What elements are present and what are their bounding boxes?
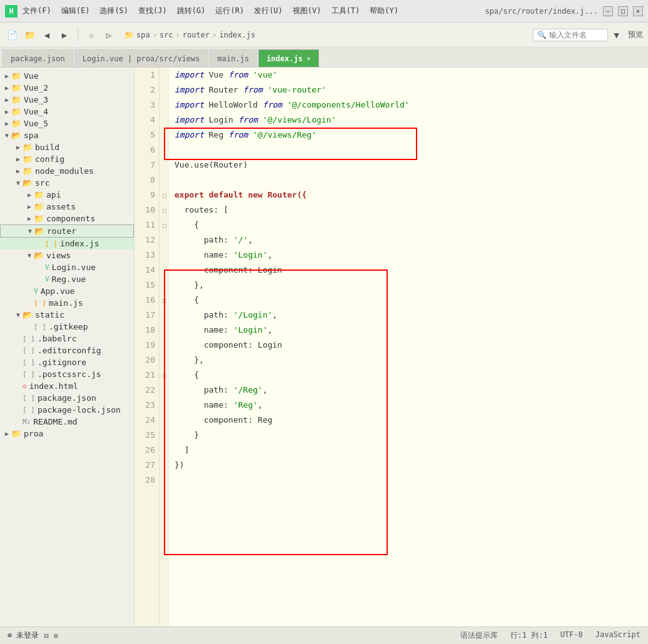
folder-icon: 📁 <box>23 166 33 176</box>
preview-button[interactable]: 预览 <box>628 29 643 40</box>
menu-publish[interactable]: 发行(U) <box>254 6 283 16</box>
sidebar-item-gitkeep[interactable]: ▶ [ ] .gitkeep <box>0 321 134 333</box>
tab-main-js[interactable]: main.js <box>210 49 258 67</box>
tab-label: package.json <box>11 54 65 63</box>
arrow-icon: ▶ <box>14 168 23 174</box>
html-file-icon: ◇ <box>23 382 27 390</box>
code-line-6 <box>175 143 643 158</box>
sidebar-item-regvue[interactable]: ▶ V Reg.vue <box>0 273 134 285</box>
sidebar-item-components[interactable]: ▶ 📁 components <box>0 213 134 224</box>
code-line-19: component: Login <box>175 338 643 353</box>
sidebar-item-spa[interactable]: ▼ 📂 spa <box>0 129 134 141</box>
arrow-icon: ▼ <box>14 311 23 318</box>
settings-icon[interactable]: ⚙ <box>54 631 58 640</box>
sidebar-item-mainjs[interactable]: ▶ [ ] main.js <box>0 297 134 309</box>
breadcrumb-indexjs[interactable]: index.js <box>219 31 255 39</box>
maximize-button[interactable]: □ <box>618 6 628 16</box>
syntax-hint: 语法提示库 <box>460 630 498 641</box>
menu-run[interactable]: 运行(R) <box>215 6 244 16</box>
tab-login-vue[interactable]: Login.vue | proa/src/views <box>74 49 208 67</box>
open-folder-icon[interactable]: 📁 <box>23 28 36 42</box>
code-line-15: }, <box>175 278 643 293</box>
folder-open-icon: 📂 <box>23 310 33 319</box>
sidebar-item-vue2[interactable]: ▶ 📁 Vue_2 <box>0 82 134 94</box>
menu-select[interactable]: 选择(S) <box>99 6 128 16</box>
sidebar-item-router[interactable]: ▼ 📂 router <box>0 224 134 238</box>
menu-tools[interactable]: 工具(T) <box>332 6 360 16</box>
status-left: ⊕ 未登录 ⊟ ⚙ <box>8 630 58 641</box>
sidebar-item-packagejson[interactable]: ▶ [ ] package.json <box>0 392 134 404</box>
item-label: assets <box>46 202 76 211</box>
folder-icon: 📁 <box>11 83 21 93</box>
tab-package-json[interactable]: package.json <box>3 49 73 67</box>
folder-icon: 📁 <box>11 119 21 128</box>
menu-find[interactable]: 查找(J) <box>138 6 167 16</box>
menu-edit[interactable]: 编辑(E) <box>61 6 90 16</box>
breadcrumb-router[interactable]: router <box>183 31 210 39</box>
code-line-2: import Router from 'vue-router' <box>175 83 643 98</box>
file-search-box[interactable]: 🔍 <box>533 29 608 41</box>
menu-jump[interactable]: 跳转(G) <box>177 6 206 16</box>
fold-icon-11[interactable]: □ <box>159 218 170 233</box>
bookmark-icon[interactable]: ☆ <box>84 28 98 42</box>
sidebar-item-packagelockjson[interactable]: ▶ [ ] package-lock.json <box>0 404 134 416</box>
menu-view[interactable]: 视图(V) <box>293 6 321 16</box>
sidebar-item-babelrc[interactable]: ▶ [ ] .babelrc <box>0 333 134 345</box>
sidebar-item-readme[interactable]: ▶ M↓ README.md <box>0 416 134 428</box>
sidebar-item-postcssrc[interactable]: ▶ [ ] .postcssrc.js <box>0 368 134 380</box>
back-icon[interactable]: ◀ <box>40 28 54 42</box>
sidebar-item-vue4[interactable]: ▶ 📁 Vue_4 <box>0 106 134 118</box>
item-label: main.js <box>49 298 83 308</box>
sidebar-item-static[interactable]: ▼ 📂 static <box>0 309 134 321</box>
breadcrumb-spa[interactable]: spa <box>136 31 150 39</box>
new-file-icon[interactable]: 📄 <box>5 28 19 42</box>
item-label: static <box>35 310 64 319</box>
forward-icon[interactable]: ▶ <box>58 28 71 42</box>
sidebar-item-indexjs[interactable]: ▶ [ ] index.js <box>0 238 134 249</box>
minimize-button[interactable]: — <box>603 6 613 16</box>
code-line-12: path: '/', <box>175 233 643 248</box>
code-line-16: { <box>175 293 643 308</box>
code-line-11: { <box>175 218 643 233</box>
run-icon[interactable]: ▷ <box>102 28 116 42</box>
filter-icon[interactable]: ▼ <box>614 30 619 40</box>
sidebar-item-nodemodules[interactable]: ▶ 📁 node_modules <box>0 165 134 177</box>
item-label: Vue_4 <box>24 107 48 116</box>
item-label: Login.vue <box>52 263 96 272</box>
sidebar-item-proa[interactable]: ▶ 📁 proa <box>0 428 134 440</box>
file-search-input[interactable] <box>549 31 599 39</box>
sidebar-item-assets[interactable]: ▶ 📁 assets <box>0 201 134 213</box>
tab-close-icon[interactable]: ✕ <box>306 54 311 63</box>
arrow-icon: ▶ <box>3 430 11 437</box>
sidebar-item-appvue[interactable]: ▶ V App.vue <box>0 285 134 297</box>
fold-icon-21[interactable]: □ <box>159 368 170 383</box>
sidebar-item-gitignore[interactable]: ▶ [ ] .gitignore <box>0 356 134 368</box>
fold-column: □ □ □ □ □ <box>159 68 170 626</box>
menu-bar[interactable]: 文件(F) 编辑(E) 选择(S) 查找(J) 跳转(G) 运行(R) 发行(U… <box>23 6 398 16</box>
code-line-9: export default new Router({ <box>175 188 643 203</box>
sidebar-item-api[interactable]: ▶ 📁 api <box>0 189 134 201</box>
code-line-13: name: 'Login', <box>175 248 643 263</box>
sidebar-item-src[interactable]: ▼ 📂 src <box>0 177 134 189</box>
sidebar-item-editorconfig[interactable]: ▶ [ ] .editorconfig <box>0 345 134 356</box>
sidebar-item-build[interactable]: ▶ 📁 build <box>0 141 134 153</box>
language-mode[interactable]: JavaScript <box>595 630 640 641</box>
fold-icon-9[interactable]: □ <box>159 188 170 203</box>
sidebar-item-config[interactable]: ▶ 📁 config <box>0 153 134 165</box>
sidebar-item-loginvue[interactable]: ▶ V Login.vue <box>0 261 134 273</box>
sidebar-item-views[interactable]: ▼ 📂 views <box>0 249 134 261</box>
item-label: Vue_3 <box>24 95 48 104</box>
breadcrumb-src[interactable]: src <box>159 31 173 39</box>
fold-icon-16[interactable]: □ <box>159 293 170 308</box>
menu-help[interactable]: 帮助(Y) <box>370 6 398 16</box>
menu-file[interactable]: 文件(F) <box>23 6 51 16</box>
fold-icon-10[interactable]: □ <box>159 203 170 218</box>
tab-index-js[interactable]: index.js ✕ <box>258 49 318 67</box>
sidebar-item-vue3[interactable]: ▶ 📁 Vue_3 <box>0 94 134 106</box>
login-status[interactable]: ⊕ 未登录 <box>8 630 39 641</box>
vue-file-icon: V <box>45 275 49 283</box>
close-button[interactable]: ✕ <box>633 6 643 16</box>
sidebar-item-indexhtml[interactable]: ▶ ◇ index.html <box>0 380 134 392</box>
sidebar-item-vue5[interactable]: ▶ 📁 Vue_5 <box>0 118 134 129</box>
sidebar-item-vue[interactable]: ▶ 📁 Vue <box>0 70 134 82</box>
